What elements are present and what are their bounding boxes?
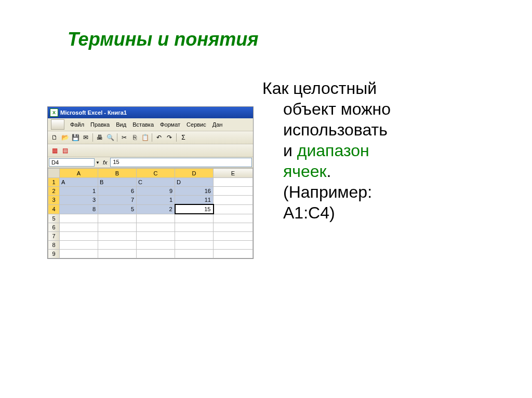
highlight-term: диапазон bbox=[297, 141, 369, 160]
paste-icon[interactable]: 📋 bbox=[140, 133, 150, 142]
cell[interactable]: B bbox=[98, 178, 137, 187]
menu-tools[interactable]: Сервис bbox=[184, 120, 209, 129]
cell[interactable] bbox=[175, 214, 214, 223]
cell[interactable] bbox=[98, 214, 137, 223]
row-header[interactable]: 4 bbox=[48, 204, 60, 214]
cell[interactable] bbox=[214, 250, 253, 258]
cell[interactable]: 1 bbox=[60, 187, 98, 196]
cell[interactable] bbox=[214, 187, 253, 196]
col-header-c[interactable]: C bbox=[137, 169, 175, 178]
fx-icon[interactable]: fx bbox=[101, 159, 110, 166]
cell[interactable] bbox=[175, 223, 214, 232]
cell[interactable] bbox=[60, 241, 98, 250]
autosum-icon[interactable]: Σ bbox=[179, 133, 188, 142]
cell[interactable]: 8 bbox=[60, 204, 98, 214]
cell[interactable]: 5 bbox=[98, 204, 137, 214]
cell[interactable] bbox=[175, 232, 214, 241]
col-header-b[interactable]: B bbox=[98, 169, 137, 178]
active-cell[interactable]: 15 bbox=[175, 204, 214, 214]
dropdown-icon[interactable]: ▼ bbox=[96, 160, 100, 165]
slide-title: Термины и понятия bbox=[68, 29, 258, 50]
row-header[interactable]: 1 bbox=[48, 178, 60, 187]
cut-icon[interactable]: ✂ bbox=[119, 133, 129, 142]
menu-edit[interactable]: Правка bbox=[88, 120, 112, 129]
cell[interactable] bbox=[214, 178, 253, 187]
separator bbox=[92, 133, 93, 142]
text-line: и диапазон bbox=[262, 140, 460, 161]
titlebar: X Microsoft Excel - Книга1 bbox=[48, 107, 253, 118]
pdf-icon[interactable]: ▦ bbox=[50, 146, 59, 155]
cell[interactable]: 7 bbox=[98, 196, 137, 205]
cell[interactable] bbox=[214, 241, 253, 250]
cell[interactable] bbox=[214, 204, 253, 214]
cell[interactable] bbox=[214, 196, 253, 205]
cell[interactable] bbox=[137, 214, 175, 223]
cell[interactable] bbox=[137, 241, 175, 250]
highlight-term: ячеек bbox=[283, 162, 327, 181]
separator bbox=[176, 133, 177, 142]
cell[interactable] bbox=[137, 250, 175, 258]
cell[interactable]: A bbox=[60, 178, 98, 187]
text-line: объект можно bbox=[262, 99, 460, 119]
cell[interactable] bbox=[137, 223, 175, 232]
menu-format[interactable]: Формат bbox=[157, 120, 183, 129]
row-header[interactable]: 3 bbox=[48, 196, 60, 205]
cell[interactable]: 9 bbox=[137, 187, 175, 196]
cell[interactable]: 3 bbox=[60, 196, 98, 205]
row-header[interactable]: 5 bbox=[48, 214, 60, 223]
cell[interactable] bbox=[214, 232, 253, 241]
cell[interactable] bbox=[137, 232, 175, 241]
spreadsheet-grid[interactable]: A B C D E 1 A B C D 2 1 6 9 16 3 3 7 1 1… bbox=[48, 168, 253, 258]
cell[interactable] bbox=[60, 223, 98, 232]
print-icon[interactable]: 🖶 bbox=[95, 133, 104, 142]
cell[interactable]: 16 bbox=[175, 187, 214, 196]
col-header-e[interactable]: E bbox=[214, 169, 253, 178]
cell[interactable] bbox=[175, 241, 214, 250]
cell[interactable]: 11 bbox=[175, 196, 214, 205]
cell[interactable] bbox=[98, 241, 137, 250]
copy-icon[interactable]: ⎘ bbox=[130, 133, 139, 142]
name-box[interactable]: D4 bbox=[49, 158, 95, 167]
cell[interactable] bbox=[60, 232, 98, 241]
menu-file[interactable]: Файл bbox=[68, 120, 87, 129]
cell[interactable] bbox=[214, 223, 253, 232]
text-line: (Например: bbox=[262, 182, 460, 202]
preview-icon[interactable]: 🔍 bbox=[105, 133, 115, 142]
chart-icon[interactable]: ▤ bbox=[60, 146, 70, 155]
row-header[interactable]: 9 bbox=[48, 250, 60, 258]
cell[interactable]: D bbox=[175, 178, 214, 187]
cell[interactable]: 1 bbox=[137, 196, 175, 205]
menu-insert[interactable]: Вставка bbox=[130, 120, 156, 129]
new-icon[interactable]: 🗋 bbox=[50, 133, 59, 142]
cell[interactable]: 6 bbox=[98, 187, 137, 196]
cell[interactable]: C bbox=[137, 178, 175, 187]
cell[interactable] bbox=[214, 214, 253, 223]
cell[interactable] bbox=[175, 250, 214, 258]
cell[interactable] bbox=[98, 232, 137, 241]
cell[interactable] bbox=[60, 214, 98, 223]
row-header[interactable]: 2 bbox=[48, 187, 60, 196]
save-icon[interactable]: 💾 bbox=[71, 133, 80, 142]
row-header[interactable]: 8 bbox=[48, 241, 60, 250]
redo-icon[interactable]: ↷ bbox=[165, 133, 174, 142]
row-header[interactable]: 6 bbox=[48, 223, 60, 232]
window-control-icon[interactable] bbox=[51, 119, 64, 130]
excel-window: X Microsoft Excel - Книга1 Файл Правка В… bbox=[47, 106, 254, 259]
row-header[interactable]: 7 bbox=[48, 232, 60, 241]
col-header-a[interactable]: A bbox=[60, 169, 98, 178]
cell[interactable] bbox=[98, 223, 137, 232]
text-line: Как целостный bbox=[262, 79, 377, 98]
col-header-d[interactable]: D bbox=[175, 169, 214, 178]
cell[interactable]: 2 bbox=[137, 204, 175, 214]
mail-icon[interactable]: ✉ bbox=[81, 133, 90, 142]
cell[interactable] bbox=[60, 250, 98, 258]
menu-data[interactable]: Дан bbox=[210, 120, 225, 129]
toolbar-secondary: ▦ ▤ bbox=[48, 144, 253, 157]
undo-icon[interactable]: ↶ bbox=[154, 133, 164, 142]
select-all-corner[interactable] bbox=[48, 169, 60, 178]
formula-bar[interactable]: 15 bbox=[110, 158, 252, 167]
text-line: А1:С4) bbox=[262, 202, 460, 223]
menu-view[interactable]: Вид bbox=[113, 120, 129, 129]
cell[interactable] bbox=[98, 250, 137, 258]
open-icon[interactable]: 📂 bbox=[60, 133, 70, 142]
